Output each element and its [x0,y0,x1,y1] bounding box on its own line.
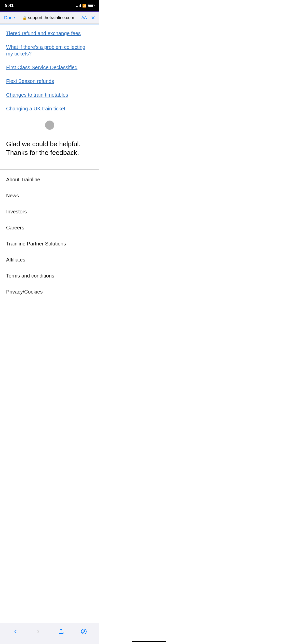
link-tiered-refund[interactable]: Tiered refund and exchange fees [6,26,93,40]
scroll-dot [45,121,54,130]
feedback-text: Glad we could be helpful. Thanks for the… [6,140,93,157]
feedback-section: Glad we could be helpful. Thanks for the… [0,134,99,167]
done-button[interactable]: Done [4,15,15,21]
scroll-indicator [0,120,99,134]
link-flexi-season[interactable]: Flexi Season refunds [6,74,93,88]
section-divider [0,169,99,170]
aa-button[interactable]: AA [82,16,87,20]
footer-affiliates[interactable]: Affiliates [6,252,93,268]
battery-icon [88,4,94,7]
footer-careers[interactable]: Careers [6,220,93,236]
footer-partner-solutions[interactable]: Trainline Partner Solutions [6,236,93,252]
browser-actions: AA ✕ [82,15,95,21]
url-text: support.thetrainline.com [28,15,74,20]
browser-bar: Done 🔒 support.thetrainline.com AA ✕ [0,12,99,24]
link-changing-ticket[interactable]: Changing a UK train ticket [6,102,93,115]
link-train-timetables[interactable]: Changes to train timetables [6,88,93,102]
wifi-icon: 📶 [82,4,86,8]
status-icons: 📶 [76,4,94,8]
close-button[interactable]: ✕ [91,15,95,21]
url-display: 🔒 support.thetrainline.com [22,15,74,20]
status-time: 9:41 [5,3,13,8]
lock-icon: 🔒 [22,16,27,20]
footer-news[interactable]: News [6,188,93,204]
footer-about[interactable]: About Trainline [6,172,93,188]
footer-section: About Trainline News Investors Careers T… [0,172,99,300]
related-links-section: Tiered refund and exchange fees What if … [0,24,99,120]
footer-privacy[interactable]: Privacy/Cookies [6,284,93,300]
link-first-class[interactable]: First Class Service Declassified [6,61,93,74]
footer-investors[interactable]: Investors [6,204,93,220]
status-bar: 9:41 📶 [0,0,99,11]
signal-icon [76,4,81,7]
link-problem-collecting[interactable]: What if there’s a problem collecting my … [6,40,93,61]
footer-terms[interactable]: Terms and conditions [6,268,93,284]
